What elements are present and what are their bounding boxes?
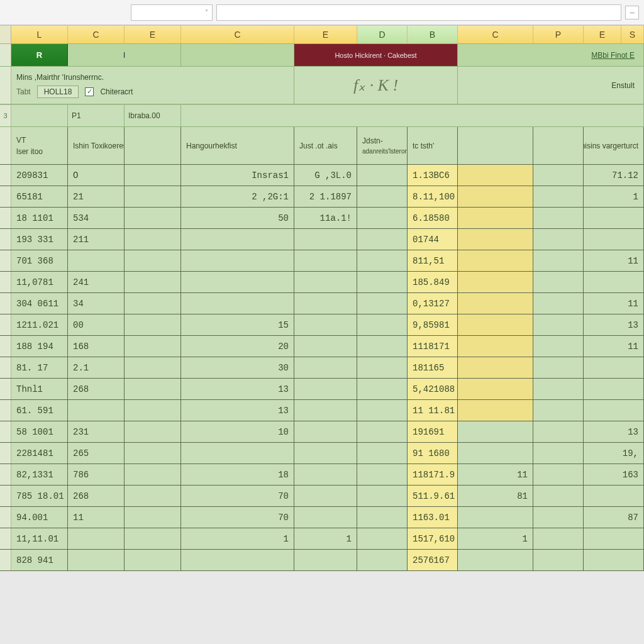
cell[interactable]	[125, 400, 181, 421]
cell[interactable]: 19,	[584, 443, 644, 464]
toolbar-right-link[interactable]: Enstult	[611, 81, 635, 90]
row-number[interactable]	[0, 293, 11, 314]
cell[interactable]: 70	[181, 486, 294, 506]
cell[interactable]: 1211.021	[11, 314, 68, 335]
cell[interactable]: 94.001	[11, 507, 68, 528]
row-number[interactable]	[0, 464, 11, 485]
cell[interactable]	[357, 528, 408, 549]
cell[interactable]	[533, 486, 584, 506]
cell[interactable]: 13	[584, 314, 644, 335]
label-cell[interactable]	[181, 105, 644, 126]
cell[interactable]: 211	[68, 229, 125, 250]
cell[interactable]	[125, 186, 181, 207]
cell[interactable]: 828 941	[11, 550, 68, 570]
cell[interactable]	[458, 550, 533, 570]
cell[interactable]	[357, 550, 408, 570]
cell[interactable]	[357, 464, 408, 485]
cell[interactable]	[458, 250, 533, 271]
col-head[interactable]: E	[294, 26, 357, 43]
cell[interactable]: 8.11,100	[408, 186, 458, 207]
row-number[interactable]	[0, 229, 11, 250]
cell[interactable]	[294, 379, 357, 399]
fx-icon[interactable]: fₓ · K !	[353, 75, 398, 95]
cell[interactable]: 81	[458, 486, 533, 506]
cell[interactable]: 11	[68, 507, 125, 528]
cell[interactable]: 1	[181, 528, 294, 549]
col-label[interactable]: vhisins vargerturct	[584, 127, 644, 164]
tab-item[interactable]: I	[68, 44, 181, 66]
cell[interactable]	[458, 357, 533, 378]
cell[interactable]: 231	[68, 421, 125, 442]
cell[interactable]	[533, 208, 584, 228]
row-number[interactable]	[0, 314, 11, 335]
cell[interactable]	[68, 250, 125, 271]
cell[interactable]	[294, 550, 357, 570]
row-number[interactable]	[0, 165, 11, 186]
cell[interactable]	[125, 486, 181, 506]
col-head[interactable]: C	[458, 26, 533, 43]
cell[interactable]	[533, 314, 584, 335]
cell[interactable]	[357, 293, 408, 314]
cell[interactable]: 70	[181, 507, 294, 528]
cell[interactable]	[125, 272, 181, 292]
cell[interactable]	[125, 507, 181, 528]
row-number[interactable]	[0, 400, 11, 421]
cell[interactable]: 6.18580	[408, 208, 458, 228]
cell[interactable]: 21	[68, 186, 125, 207]
cell[interactable]	[357, 486, 408, 506]
cell[interactable]: 18	[181, 464, 294, 485]
cell[interactable]	[533, 400, 584, 421]
row-number[interactable]	[0, 421, 11, 442]
cell[interactable]: 811,51	[408, 250, 458, 271]
cell[interactable]	[584, 272, 644, 292]
col-head[interactable]: S	[621, 26, 644, 43]
cell[interactable]	[125, 528, 181, 549]
cell[interactable]: 785 18.01	[11, 486, 68, 506]
cell[interactable]	[357, 165, 408, 186]
cell[interactable]	[294, 443, 357, 464]
col-head[interactable]: P	[533, 26, 584, 43]
cell[interactable]	[533, 421, 584, 442]
cell[interactable]	[357, 357, 408, 378]
cell[interactable]	[458, 314, 533, 335]
cell[interactable]	[584, 486, 644, 506]
cell[interactable]: 11 11.81	[408, 400, 458, 421]
row-number[interactable]	[0, 486, 11, 506]
cell[interactable]	[533, 165, 584, 186]
cell[interactable]: 9,85981	[408, 314, 458, 335]
cell[interactable]: 30	[181, 357, 294, 378]
cell[interactable]	[458, 272, 533, 292]
row-number[interactable]	[0, 507, 11, 528]
cell[interactable]	[584, 550, 644, 570]
cell[interactable]: 181165	[408, 357, 458, 378]
cell[interactable]: 2281481	[11, 443, 68, 464]
cell[interactable]: 11a.1!	[294, 208, 357, 228]
cell[interactable]	[458, 229, 533, 250]
col-label[interactable]: tc tsth'	[408, 127, 458, 164]
cell[interactable]	[294, 357, 357, 378]
cell[interactable]	[125, 379, 181, 399]
col-label[interactable]: Just .ot .ais	[294, 127, 357, 164]
tab-active[interactable]: R	[11, 44, 68, 66]
cell[interactable]	[125, 250, 181, 271]
cell[interactable]	[584, 400, 644, 421]
cell[interactable]: 18 1101	[11, 208, 68, 228]
cell[interactable]	[181, 293, 294, 314]
cell[interactable]: 786	[68, 464, 125, 485]
cell[interactable]: 11,11.01	[11, 528, 68, 549]
cell[interactable]	[294, 293, 357, 314]
cell[interactable]	[533, 186, 584, 207]
cell[interactable]	[584, 379, 644, 399]
cell[interactable]	[357, 208, 408, 228]
cell[interactable]: 71.12	[584, 165, 644, 186]
cell[interactable]	[533, 507, 584, 528]
col-head[interactable]: E	[125, 26, 181, 43]
cell[interactable]	[533, 272, 584, 292]
col-label[interactable]	[533, 127, 584, 164]
cell[interactable]	[357, 379, 408, 399]
cell[interactable]: 1.13BC6	[408, 165, 458, 186]
cell[interactable]: 0,13127	[408, 293, 458, 314]
row-number[interactable]	[0, 443, 11, 464]
cell[interactable]	[125, 443, 181, 464]
cell[interactable]	[181, 229, 294, 250]
